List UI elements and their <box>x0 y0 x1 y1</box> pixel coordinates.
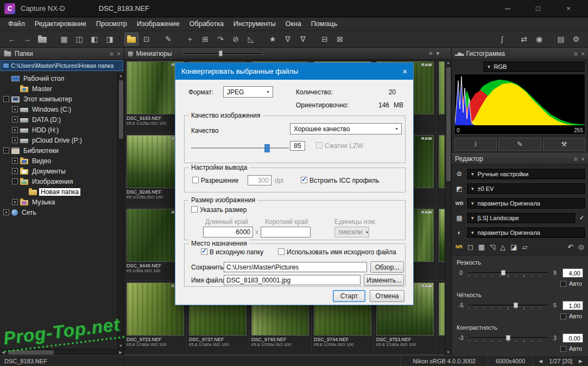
vignette-icon[interactable]: ◪ <box>510 243 517 251</box>
scroll-down-icon[interactable]: ▼ <box>445 349 451 355</box>
scrollbar-thumb[interactable] <box>119 80 123 139</box>
expander-icon[interactable]: + <box>12 127 18 133</box>
tone-curve-button[interactable]: ∫ <box>495 33 509 46</box>
slider-track[interactable] <box>469 337 547 339</box>
noise-reduction-icon[interactable]: NR <box>456 244 463 249</box>
lzw-checkbox[interactable] <box>316 142 323 149</box>
folders-panel-button[interactable] <box>124 33 138 46</box>
close-button[interactable]: × <box>553 0 584 17</box>
scrollbar-thumb[interactable] <box>446 67 451 181</box>
panel-close-icon[interactable]: × <box>581 50 585 57</box>
specify-size-checkbox[interactable] <box>191 206 198 213</box>
menu-help[interactable]: Помощь <box>306 17 342 31</box>
menu-view[interactable]: Просмотр <box>91 17 132 31</box>
auto-checkbox[interactable] <box>560 313 566 319</box>
folder-path-bar[interactable]: C:\Users\Master\Pictures\Новая папка <box>1 60 123 71</box>
maximize-button[interactable]: □ <box>523 0 553 17</box>
expander-icon[interactable]: - <box>3 96 9 102</box>
panel-menu-icon[interactable]: ≡ <box>110 50 113 57</box>
quality-dropdown[interactable]: Хорошее качество ▾ <box>290 123 402 134</box>
retouch-brush-button[interactable]: ✎ <box>161 33 175 46</box>
source-name-checkbox[interactable] <box>278 248 284 255</box>
slider-handle[interactable] <box>501 270 505 275</box>
marquee-button[interactable]: ⊡ <box>140 33 154 46</box>
hand-tool-button[interactable]: + <box>183 33 197 46</box>
tab-edit[interactable]: ✎ <box>498 138 541 151</box>
long-edge-input[interactable]: 6000 <box>203 227 253 237</box>
menu-file[interactable]: Файл <box>3 17 30 31</box>
panel-menu-icon[interactable]: ≡ <box>574 156 577 162</box>
slider-handle[interactable] <box>514 303 518 308</box>
export-button[interactable]: ⇄ <box>517 33 531 46</box>
expander-icon[interactable]: + <box>12 168 18 174</box>
straighten-icon[interactable]: ◹ <box>490 243 495 251</box>
forward-button[interactable]: → <box>20 33 34 46</box>
previous-image-button[interactable]: ◀ <box>539 358 542 364</box>
compare-button[interactable]: ⊟ <box>318 33 332 46</box>
menu-edit[interactable]: Редактирование <box>30 17 91 31</box>
resolution-checkbox[interactable] <box>192 177 199 183</box>
crop-icon[interactable]: ◻ <box>467 243 473 251</box>
slider-value-input[interactable]: 1,00 <box>562 301 583 310</box>
tree-item-this-pc[interactable]: -Этот компьютер <box>0 94 124 104</box>
panel-menu-icon[interactable]: ≡ <box>429 50 432 57</box>
chevron-down-icon[interactable]: ▾ <box>436 50 439 57</box>
view-thumbnails-button[interactable]: ▦ <box>57 33 71 46</box>
tree-item-master[interactable]: Master <box>0 84 124 94</box>
auto-checkbox[interactable] <box>560 346 566 352</box>
slider-handle[interactable] <box>265 144 270 152</box>
save-path-input[interactable]: C:\Users\Master\Pictures <box>224 262 367 272</box>
tree-item-documents[interactable]: +Документы <box>0 166 124 176</box>
rating-button[interactable]: ★ <box>265 33 280 46</box>
expander-icon[interactable]: + <box>12 199 18 205</box>
short-edge-input[interactable] <box>261 227 311 237</box>
slider-track[interactable] <box>469 272 547 274</box>
perspective-icon[interactable]: ▱ <box>522 243 527 251</box>
print-button[interactable]: ▤ <box>554 33 568 46</box>
channel-dropdown[interactable]: ▾ RGB <box>483 61 585 72</box>
back-button[interactable]: ← <box>5 33 19 46</box>
exposure-comp-dropdown[interactable]: ▾±0 EV <box>467 183 585 194</box>
filter-off-button[interactable]: ∇ <box>296 33 310 46</box>
lch-icon[interactable]: ▦ <box>478 243 485 251</box>
slider-handle[interactable] <box>219 50 223 56</box>
tree-item-libraries[interactable]: -Библиотеки <box>0 145 124 156</box>
slider-track[interactable] <box>469 305 547 306</box>
slider-value-input[interactable]: 0,00 <box>562 333 583 343</box>
tree-item-pcloud-p[interactable]: +pCloud Drive (P:) <box>0 135 124 145</box>
expander-icon[interactable]: + <box>12 158 18 164</box>
menu-image[interactable]: Изображение <box>132 17 185 31</box>
expander-icon[interactable]: - <box>3 147 9 153</box>
distortion-icon[interactable]: △ <box>500 243 505 251</box>
minimize-button[interactable]: ─ <box>492 0 523 17</box>
tree-item-pictures[interactable]: -Изображения <box>0 176 124 187</box>
expander-icon[interactable]: + <box>3 209 9 215</box>
expander-icon[interactable]: + <box>12 106 18 112</box>
next-image-button[interactable]: ▶ <box>579 358 583 364</box>
tree-item-network[interactable]: +Сеть <box>0 207 124 217</box>
expander-icon[interactable]: + <box>12 137 18 143</box>
slider-value-input[interactable]: 4,00 <box>562 268 583 278</box>
cancel-button[interactable]: Отмена <box>370 290 404 302</box>
units-dropdown[interactable]: пиксели ▾ <box>334 227 369 237</box>
scroll-up-icon[interactable]: ▲ <box>118 73 124 79</box>
tab-tools[interactable]: ⚒ <box>543 138 585 151</box>
tree-item-video[interactable]: +Видео <box>0 156 124 166</box>
folders-vertical-scrollbar[interactable]: ▲ ▼ <box>117 73 124 349</box>
view-preview-button[interactable]: ◨ <box>103 33 117 46</box>
dialog-close-icon[interactable]: × <box>393 67 407 76</box>
tree-item-data-d[interactable]: +DATA (D:) <box>0 114 124 125</box>
thumbnail-size-slider[interactable] <box>182 52 264 55</box>
menu-adjust[interactable]: Обработка <box>185 17 229 31</box>
quality-slider[interactable] <box>191 147 289 149</box>
slider-handle[interactable] <box>506 335 510 341</box>
thumbnails-vertical-scrollbar[interactable]: ▲ ▼ <box>445 60 451 355</box>
change-button[interactable]: Изменить... <box>364 274 404 286</box>
panel-menu-icon[interactable]: ≡ <box>574 50 577 57</box>
format-dropdown[interactable]: JPEG ▾ <box>223 86 273 98</box>
crop-button[interactable]: ⊞ <box>198 33 212 46</box>
tree-item-hdd-h[interactable]: +HDD (H:) <box>0 125 124 135</box>
filename-input[interactable]: DSC_8183_00001.jpg <box>224 275 361 285</box>
dialog-title-bar[interactable]: Конвертировать выбранные файлы × <box>175 63 413 80</box>
open-folder-button[interactable] <box>35 33 49 46</box>
